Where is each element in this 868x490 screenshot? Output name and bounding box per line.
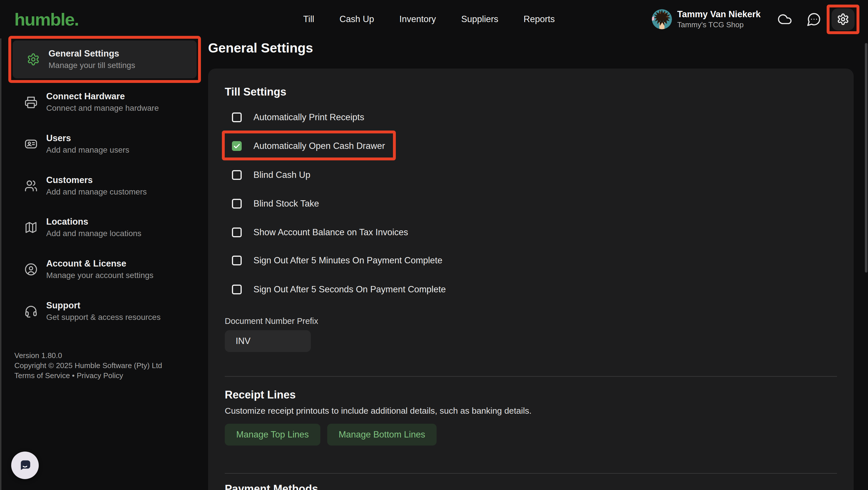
sidebar-item-title: Locations [46, 217, 142, 227]
chat-bubble-icon [19, 459, 32, 472]
app-root: { "header": { "logo": "humble.", "nav_it… [0, 0, 868, 490]
headset-icon [24, 305, 38, 318]
manage-bottom-lines-button[interactable]: Manage Bottom Lines [327, 424, 437, 446]
sidebar-item-title: General Settings [49, 48, 135, 59]
main-nav: Till Cash Up Inventory Suppliers Reports [303, 0, 555, 38]
checkbox-blind-cash-up[interactable] [232, 170, 242, 180]
checkbox-label: Blind Cash Up [253, 170, 310, 180]
window-edge [0, 0, 1, 490]
sidebar-item-customers[interactable]: Customers Add and manage customers [10, 170, 196, 202]
settings-card: Till Settings Automatically Print Receip… [208, 69, 854, 490]
till-settings-heading: Till Settings [225, 85, 286, 98]
nav-item-reports[interactable]: Reports [524, 14, 555, 24]
checkbox-row-show-account-balance: Show Account Balance on Tax Invoices [232, 224, 408, 240]
checkbox-row-signout-5-seconds: Sign Out After 5 Seconds On Payment Comp… [232, 282, 446, 297]
vertical-scrollbar[interactable] [865, 43, 867, 272]
sidebar-item-subtitle: Connect and manage hardware [46, 103, 159, 113]
id-card-icon [24, 137, 38, 151]
checkbox-label: Show Account Balance on Tax Invoices [253, 227, 408, 237]
copyright: Copyright © 2025 Humble Software (Pty) L… [14, 361, 162, 371]
checkbox-label: Blind Stock Take [253, 198, 319, 209]
section-divider [225, 473, 837, 473]
people-icon [24, 179, 38, 193]
app-version: Version 1.80.0 [14, 351, 162, 361]
checkbox-signout-5-seconds[interactable] [232, 285, 242, 294]
checkbox-row-signout-5-minutes: Sign Out After 5 Minutes On Payment Comp… [232, 253, 442, 268]
nav-item-suppliers[interactable]: Suppliers [461, 14, 498, 24]
privacy-policy-link[interactable]: Privacy Policy [76, 371, 123, 380]
link-separator: • [72, 371, 74, 380]
settings-gear-icon [837, 13, 849, 26]
sidebar-item-locations[interactable]: Locations Add and manage locations [10, 211, 196, 243]
sidebar-item-subtitle: Get support & access resources [46, 313, 160, 322]
sidebar-item-title: Support [46, 300, 160, 311]
sidebar-item-subtitle: Add and manage users [46, 145, 129, 155]
sidebar-item-subtitle: Add and manage locations [46, 229, 142, 238]
sidebar-item-connect-hardware[interactable]: Connect Hardware Connect and manage hard… [10, 86, 196, 118]
user-name: Tammy Van Niekerk [677, 9, 761, 20]
sidebar-item-title: Customers [46, 175, 147, 185]
checkbox-row-blind-stock-take: Blind Stock Take [232, 196, 319, 212]
sidebar-item-general-settings[interactable]: General Settings Manage your till settin… [12, 40, 197, 78]
sidebar-item-support[interactable]: Support Get support & access resources [10, 295, 196, 327]
checkbox-signout-5-minutes[interactable] [232, 256, 242, 265]
checkbox-row-auto-open-cash-drawer: Automatically Open Cash Drawer [232, 138, 385, 154]
user-menu[interactable]: Tammy Van Niekerk Tammy's TCG Shop [677, 9, 761, 29]
sidebar-footer: Version 1.80.0 Copyright © 2025 Humble S… [14, 351, 162, 381]
printer-icon [24, 96, 38, 109]
terms-of-service-link[interactable]: Terms of Service [14, 371, 70, 380]
document-prefix-label: Document Number Prefix [225, 317, 318, 326]
help-chat-button[interactable] [11, 452, 39, 479]
humble-logo[interactable]: humble. [14, 9, 79, 30]
checkbox-label: Sign Out After 5 Minutes On Payment Comp… [253, 255, 442, 266]
receipt-lines-heading: Receipt Lines [225, 388, 296, 401]
nav-item-till[interactable]: Till [303, 14, 314, 24]
avatar[interactable] [652, 9, 672, 29]
nav-item-cash-up[interactable]: Cash Up [340, 14, 374, 24]
annotation-box-settings-gear [827, 5, 859, 34]
page-title: General Settings [208, 40, 313, 56]
cloud-icon[interactable] [777, 12, 792, 27]
sidebar-item-title: Connect Hardware [46, 91, 159, 102]
annotation-box-general-settings: General Settings Manage your till settin… [8, 36, 201, 83]
receipt-lines-buttons: Manage Top Lines Manage Bottom Lines [225, 424, 437, 446]
sidebar-item-title: Users [46, 133, 129, 143]
nav-item-inventory[interactable]: Inventory [399, 14, 436, 24]
user-circle-icon [24, 263, 38, 276]
sidebar-item-title: Account & License [46, 259, 154, 269]
checkbox-row-blind-cash-up: Blind Cash Up [232, 167, 310, 183]
receipt-lines-description: Customize receipt printouts to include a… [225, 406, 532, 416]
gear-icon [27, 53, 40, 66]
user-shop-name: Tammy's TCG Shop [677, 20, 761, 29]
sidebar-item-subtitle: Manage your account settings [46, 270, 154, 280]
payment-methods-heading: Payment Methods [225, 482, 318, 490]
checkbox-auto-open-cash-drawer[interactable] [232, 141, 242, 151]
section-divider [225, 376, 837, 377]
sidebar-item-subtitle: Add and manage customers [46, 187, 147, 197]
map-icon [24, 221, 38, 234]
checkbox-label: Automatically Print Receipts [253, 112, 364, 123]
header-right-cluster: Tammy Van Niekerk Tammy's TCG Shop [652, 0, 859, 38]
checkbox-show-account-balance[interactable] [232, 228, 242, 237]
manage-top-lines-button[interactable]: Manage Top Lines [225, 424, 320, 446]
sidebar-item-account-license[interactable]: Account & License Manage your account se… [10, 253, 196, 286]
legal-links: Terms of Service • Privacy Policy [14, 371, 162, 381]
check-icon [233, 142, 241, 150]
settings-gear-button[interactable] [832, 8, 855, 30]
checkbox-row-auto-print-receipts: Automatically Print Receipts [232, 109, 364, 125]
top-nav-bar: humble. Till Cash Up Inventory Suppliers… [0, 0, 868, 38]
document-prefix-input[interactable] [225, 330, 311, 352]
checkbox-label: Sign Out After 5 Seconds On Payment Comp… [253, 284, 446, 295]
chat-bubble-icon[interactable] [807, 12, 822, 27]
sidebar-item-users[interactable]: Users Add and manage users [10, 128, 196, 160]
checkbox-auto-print-receipts[interactable] [232, 112, 242, 122]
sidebar-item-subtitle: Manage your till settings [49, 61, 135, 70]
checkbox-label: Automatically Open Cash Drawer [253, 141, 385, 151]
checkbox-blind-stock-take[interactable] [232, 199, 242, 208]
